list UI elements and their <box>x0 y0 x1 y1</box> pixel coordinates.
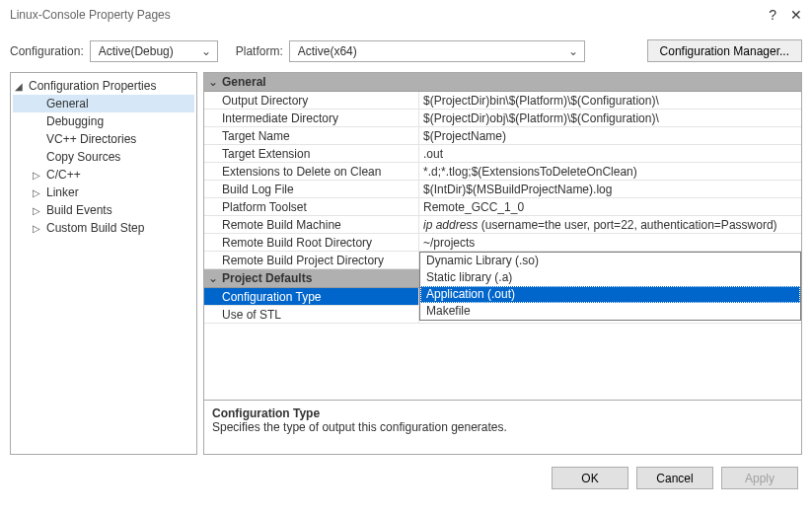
chevron-down-icon: ⌄ <box>568 44 578 58</box>
value-placeholder: ip address <box>423 218 478 232</box>
property-value[interactable]: $(ProjectDir)obj\$(Platform)\$(Configura… <box>419 110 801 126</box>
property-grid: ⌄GeneralOutput Directory$(ProjectDir)bin… <box>203 72 802 401</box>
sidebar-item-linker[interactable]: ▷Linker <box>13 184 194 201</box>
tree-item-label: Custom Build Step <box>46 221 144 235</box>
window-title: Linux-Console Property Pages <box>10 8 769 22</box>
chevron-down-icon: ⌄ <box>204 271 222 285</box>
property-name: Extensions to Delete on Clean <box>204 163 419 180</box>
property-name: Target Name <box>204 127 419 144</box>
tree-item-label: Copy Sources <box>46 150 120 164</box>
close-icon[interactable]: ✕ <box>790 7 802 23</box>
tree-item-label: Build Events <box>46 203 112 217</box>
toolbar: Configuration: Active(Debug) ⌄ Platform:… <box>0 30 812 72</box>
expand-icon[interactable]: ▷ <box>33 185 40 201</box>
property-name: Build Log File <box>204 181 419 197</box>
section-header[interactable]: ⌄General <box>204 73 801 92</box>
property-value[interactable]: *.d;*.tlog;$(ExtensionsToDeleteOnClean) <box>419 163 801 180</box>
dropdown-option[interactable]: Application (.out) <box>420 286 800 303</box>
sidebar-item-debugging[interactable]: Debugging <box>13 112 194 130</box>
property-name: Configuration Type <box>204 288 419 305</box>
section-label: General <box>222 75 266 89</box>
property-name: Remote Build Root Directory <box>204 234 419 251</box>
description-title: Configuration Type <box>212 406 793 420</box>
chevron-down-icon: ⌄ <box>204 75 222 89</box>
tree-root-label: Configuration Properties <box>29 79 156 93</box>
titlebar: Linux-Console Property Pages ? ✕ <box>0 0 812 30</box>
expand-icon[interactable]: ▷ <box>33 221 40 237</box>
tree-item-label: Linker <box>46 185 79 199</box>
apply-button[interactable]: Apply <box>721 467 798 489</box>
expand-icon[interactable]: ▷ <box>33 203 40 219</box>
property-value[interactable]: ~/projects <box>419 234 801 251</box>
dropdown-option[interactable]: Static library (.a) <box>420 269 800 286</box>
configuration-label: Configuration: <box>10 44 84 58</box>
property-row[interactable]: Extensions to Delete on Clean*.d;*.tlog;… <box>204 163 801 181</box>
sidebar-item-copy-sources[interactable]: Copy Sources <box>13 148 194 166</box>
tree-root-configuration-properties[interactable]: ◢ Configuration Properties <box>13 77 194 95</box>
configuration-value: Active(Debug) <box>99 44 174 58</box>
property-row[interactable]: Output Directory$(ProjectDir)bin\$(Platf… <box>204 92 801 110</box>
sidebar-item-vc-directories[interactable]: VC++ Directories <box>13 130 194 148</box>
sidebar-item-general[interactable]: General <box>13 95 194 112</box>
tree-item-label: VC++ Directories <box>46 132 136 146</box>
property-value[interactable]: $(IntDir)$(MSBuildProjectName).log <box>419 181 801 197</box>
sidebar-item-build-events[interactable]: ▷Build Events <box>13 201 194 219</box>
platform-value: Active(x64) <box>298 44 357 58</box>
property-row[interactable]: Intermediate Directory$(ProjectDir)obj\$… <box>204 110 801 127</box>
platform-label: Platform: <box>236 44 283 58</box>
footer: OK Cancel Apply <box>0 455 812 501</box>
configuration-combo[interactable]: Active(Debug) ⌄ <box>90 40 218 62</box>
property-name: Use of STL <box>204 306 419 323</box>
property-value[interactable]: ip address (username=the user, port=22, … <box>419 216 801 233</box>
property-name: Remote Build Machine <box>204 216 419 233</box>
property-row[interactable]: Remote Build Machineip address (username… <box>204 216 801 234</box>
sidebar-item-c-c-[interactable]: ▷C/C++ <box>13 166 194 184</box>
property-row[interactable]: Target Name$(ProjectName) <box>204 127 801 145</box>
property-row[interactable]: Build Log File$(IntDir)$(MSBuildProjectN… <box>204 181 801 198</box>
property-row[interactable]: Target Extension.out <box>204 145 801 163</box>
platform-combo[interactable]: Active(x64) ⌄ <box>289 40 585 62</box>
cancel-button[interactable]: Cancel <box>636 467 713 489</box>
ok-button[interactable]: OK <box>552 467 628 489</box>
help-icon[interactable]: ? <box>769 7 776 23</box>
sidebar-item-custom-build-step[interactable]: ▷Custom Build Step <box>13 219 194 237</box>
expand-icon[interactable]: ▷ <box>33 168 40 184</box>
tree-item-label: C/C++ <box>46 168 81 182</box>
property-value[interactable]: $(ProjectName) <box>419 127 801 144</box>
section-label: Project Defaults <box>222 271 312 285</box>
description-panel: Configuration Type Specifies the type of… <box>203 401 802 455</box>
property-value[interactable]: $(ProjectDir)bin\$(Platform)\$(Configura… <box>419 92 801 109</box>
tree-panel: ◢ Configuration Properties GeneralDebugg… <box>10 72 197 455</box>
configuration-manager-button[interactable]: Configuration Manager... <box>647 39 802 62</box>
description-text: Specifies the type of output this config… <box>212 420 793 434</box>
property-row[interactable]: Remote Build Root Directory~/projects <box>204 234 801 252</box>
property-row[interactable]: Platform ToolsetRemote_GCC_1_0 <box>204 198 801 216</box>
tree-item-label: General <box>46 97 89 110</box>
chevron-down-icon: ⌄ <box>201 44 211 58</box>
property-value[interactable]: .out <box>419 145 801 162</box>
collapse-icon[interactable]: ◢ <box>15 79 23 95</box>
property-name: Platform Toolset <box>204 198 419 215</box>
configuration-type-dropdown[interactable]: Dynamic Library (.so)Static library (.a)… <box>419 252 801 321</box>
property-name: Output Directory <box>204 92 419 109</box>
value-text: (username=the user, port=22, authenticat… <box>478 218 776 232</box>
tree-item-label: Debugging <box>46 114 104 128</box>
property-name: Remote Build Project Directory <box>204 252 419 268</box>
dropdown-option[interactable]: Dynamic Library (.so) <box>420 253 800 269</box>
property-name: Target Extension <box>204 145 419 162</box>
dropdown-option[interactable]: Makefile <box>420 303 800 320</box>
property-name: Intermediate Directory <box>204 110 419 126</box>
property-value[interactable]: Remote_GCC_1_0 <box>419 198 801 215</box>
